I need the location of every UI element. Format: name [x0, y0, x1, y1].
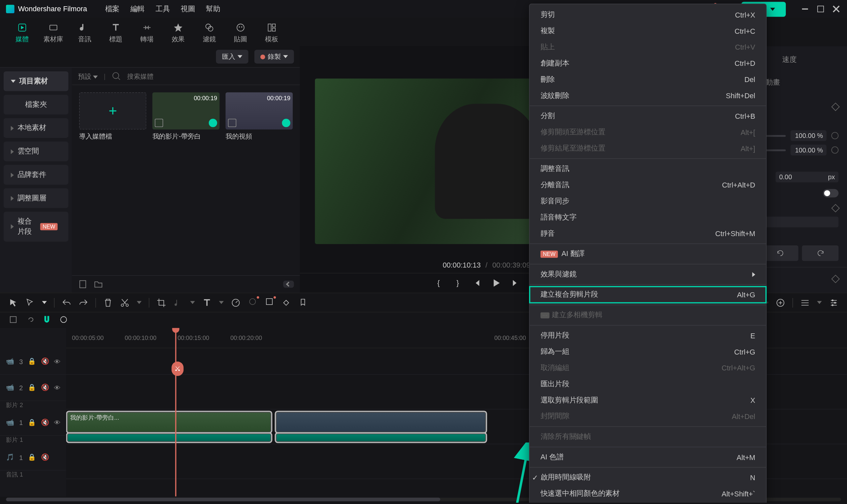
- svg-rect-10: [50, 25, 57, 30]
- tab-filters[interactable]: 濾鏡: [198, 23, 221, 44]
- tab-stock[interactable]: 素材庫: [42, 23, 65, 44]
- scale-y-value[interactable]: 100.00 %: [791, 145, 827, 156]
- pos-y[interactable]: 0.00px: [776, 172, 839, 183]
- sidebar-item-brand[interactable]: 品牌套件: [4, 165, 69, 185]
- link-icon[interactable]: [25, 315, 35, 324]
- sidebar-item-compound[interactable]: 複合片段NEW: [4, 212, 69, 242]
- rotate-ccw[interactable]: [762, 246, 799, 261]
- ctx-item[interactable]: 建立複合剪輯片段Alt+G: [530, 287, 766, 303]
- speed-icon[interactable]: [231, 298, 241, 307]
- tab-effects[interactable]: 效果: [167, 23, 190, 44]
- settings-icon[interactable]: [829, 298, 839, 307]
- menu-file[interactable]: 檔案: [105, 4, 120, 14]
- ai-tool-icon[interactable]: [265, 296, 274, 306]
- marker-icon[interactable]: [298, 298, 308, 307]
- ctx-item[interactable]: ✓啟用時間線吸附N: [530, 470, 766, 486]
- clip-1[interactable]: 我的影片-帶旁白...: [67, 412, 271, 433]
- ctx-item[interactable]: 刪除Del: [530, 71, 766, 88]
- tab-transition[interactable]: 轉場: [136, 23, 158, 44]
- ctx-item[interactable]: 分離音訊Ctrl+Alt+D: [530, 177, 766, 193]
- text-tool-icon[interactable]: [202, 298, 212, 307]
- sidebar-folder[interactable]: 檔案夾: [4, 94, 69, 114]
- playhead[interactable]: [175, 328, 176, 497]
- cut-icon[interactable]: [120, 298, 130, 307]
- tab-media[interactable]: 媒體: [11, 23, 34, 44]
- cut-indicator[interactable]: [172, 361, 183, 376]
- ctx-item[interactable]: 創建副本Ctrl+D: [530, 55, 766, 71]
- play-icon[interactable]: [491, 278, 501, 288]
- keyframe-icon[interactable]: [831, 102, 840, 111]
- clip-2-audio[interactable]: [276, 434, 486, 442]
- menu-view[interactable]: 視圖: [181, 4, 195, 14]
- ctx-item[interactable]: 調整音訊: [530, 161, 766, 177]
- preset-dropdown[interactable]: 預設: [78, 72, 98, 81]
- track-header-a1[interactable]: 🎵1🔒🔇: [0, 444, 66, 471]
- tab-templates[interactable]: 模板: [260, 23, 283, 44]
- magnet-icon[interactable]: [42, 315, 52, 324]
- ctx-item[interactable]: 複製Ctrl+C: [530, 23, 766, 39]
- keyframe-tool-icon[interactable]: [281, 298, 291, 307]
- tab-stickers[interactable]: 貼圖: [229, 23, 252, 44]
- record-dropdown[interactable]: 錄製: [254, 50, 294, 64]
- redo-icon[interactable]: [79, 298, 88, 307]
- ctx-item[interactable]: 選取剪輯片段範圍X: [530, 392, 766, 409]
- sidebar-item-local[interactable]: 本地素材: [4, 118, 69, 138]
- path-toggle[interactable]: [823, 188, 839, 197]
- ctx-item[interactable]: 剪切Ctrl+X: [530, 6, 766, 23]
- undo-icon[interactable]: [62, 298, 71, 307]
- sidebar-header[interactable]: 項目素材: [4, 71, 69, 91]
- sidebar-item-cloud[interactable]: 雲空間: [4, 142, 69, 161]
- ctx-item[interactable]: 靜音Ctrl+Shift+M: [530, 226, 766, 242]
- sidebar-item-adjust[interactable]: 調整圖層: [4, 188, 69, 208]
- search-input[interactable]: [127, 72, 210, 80]
- collapse-panel[interactable]: [283, 281, 294, 288]
- zoom-in-icon[interactable]: [776, 298, 785, 307]
- track-header-v2[interactable]: 📹2🔒🔇👁: [0, 375, 66, 401]
- thumb-import[interactable]: + 導入媒體檔: [79, 92, 146, 141]
- scale-x-value[interactable]: 100.00 %: [791, 130, 827, 141]
- track-height-icon[interactable]: [800, 298, 810, 307]
- menu-tools[interactable]: 工具: [156, 4, 170, 14]
- reset-scale-x[interactable]: [831, 132, 839, 139]
- ctx-item[interactable]: 效果與濾鏡: [530, 266, 766, 283]
- ctx-item[interactable]: AI 色譜Alt+M: [530, 449, 766, 465]
- clip-2[interactable]: [276, 412, 486, 433]
- auto-icon[interactable]: [59, 315, 69, 324]
- thumb-clip-1[interactable]: 00:00:19 我的影片-帶旁白: [153, 92, 220, 141]
- tab-audio[interactable]: 音訊: [73, 23, 96, 44]
- ctx-item[interactable]: 影音同步: [530, 193, 766, 209]
- select-tool[interactable]: [25, 298, 35, 307]
- thumb-clip-2[interactable]: 00:00:19 我的視頻: [226, 92, 293, 141]
- bracket-open-icon[interactable]: {: [434, 278, 443, 288]
- prev-frame-icon[interactable]: [472, 278, 482, 288]
- reset-scale-y[interactable]: [831, 146, 839, 154]
- ctx-item[interactable]: 歸為一組Ctrl+G: [530, 344, 766, 360]
- crop-icon[interactable]: [157, 298, 166, 307]
- prop-tab-speed[interactable]: 速度: [780, 51, 799, 69]
- ctx-item[interactable]: 停用片段E: [530, 327, 766, 344]
- import-dropdown[interactable]: 匯入: [216, 50, 248, 64]
- file-icon[interactable]: [78, 280, 88, 289]
- maximize-icon[interactable]: [816, 4, 826, 14]
- ctx-item[interactable]: NEWAI 翻譯: [530, 246, 766, 262]
- track-header-v3[interactable]: 📹3🔒🔇👁: [0, 348, 66, 375]
- ctx-item[interactable]: 匯出片段: [530, 376, 766, 392]
- clip-1-audio[interactable]: [67, 434, 271, 442]
- bracket-close-icon[interactable]: }: [453, 278, 462, 288]
- tab-title[interactable]: 標題: [104, 23, 127, 44]
- menu-help[interactable]: 幫助: [206, 4, 220, 14]
- rotate-cw[interactable]: [802, 246, 839, 261]
- menu-edit[interactable]: 編輯: [130, 4, 145, 14]
- pointer-tool[interactable]: [8, 298, 18, 307]
- close-icon[interactable]: [831, 4, 841, 14]
- ctx-item[interactable]: 分割Ctrl+B: [530, 108, 766, 124]
- ctx-item[interactable]: 語音轉文字: [530, 209, 766, 226]
- track-header-v1[interactable]: 📹1🔒🔇👁: [0, 410, 66, 436]
- folder-icon[interactable]: [94, 280, 103, 289]
- next-frame-icon[interactable]: [511, 278, 520, 288]
- snap-icon[interactable]: [8, 315, 18, 324]
- minimize-icon[interactable]: [800, 4, 810, 14]
- ctx-item[interactable]: 快速選中相同顏色的素材Alt+Shift+`: [530, 486, 766, 502]
- delete-icon[interactable]: [103, 298, 113, 307]
- ctx-item[interactable]: 波紋刪除Shift+Del: [530, 88, 766, 104]
